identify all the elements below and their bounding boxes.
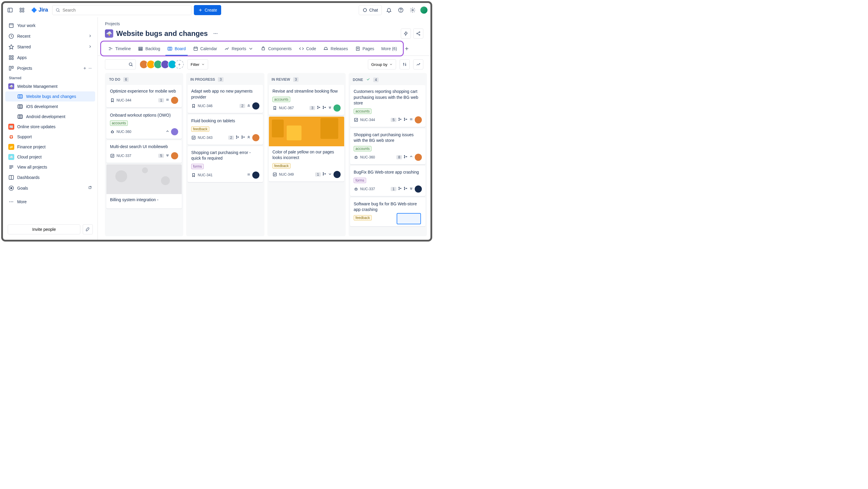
assignee-avatar[interactable] bbox=[415, 185, 422, 193]
sub-website-bugs[interactable]: Website bugs and changes bbox=[5, 91, 95, 102]
issue-card[interactable]: Revise and streamline booking flowaccoun… bbox=[269, 85, 344, 115]
svg-point-102 bbox=[317, 108, 318, 109]
assignee-filter[interactable]: + bbox=[139, 60, 184, 69]
issue-card[interactable]: Adapt web app no new payments providerNU… bbox=[188, 85, 263, 113]
assignee-avatar[interactable] bbox=[252, 103, 259, 110]
tab-releases[interactable]: Releases bbox=[320, 41, 351, 56]
issue-card[interactable]: Color of pale yellow on our pages looks … bbox=[269, 117, 344, 181]
assignee-avatar[interactable] bbox=[334, 171, 341, 178]
settings-icon[interactable] bbox=[408, 5, 417, 15]
issue-card[interactable]: Customers reporting shopping cart purcha… bbox=[350, 85, 425, 127]
assignee-avatar[interactable] bbox=[171, 97, 178, 104]
chat-button[interactable]: Chat bbox=[359, 5, 382, 15]
global-search[interactable] bbox=[52, 5, 191, 15]
label-tag: accounts bbox=[273, 97, 290, 102]
nav-recent[interactable]: Recent bbox=[5, 31, 95, 41]
svg-point-105 bbox=[323, 108, 323, 109]
filter-button[interactable]: Filter bbox=[187, 59, 208, 69]
issue-card[interactable]: Optimize experience for mobile webNUC-34… bbox=[106, 85, 182, 108]
tab-calendar[interactable]: Calendar bbox=[190, 41, 220, 56]
issue-card[interactable]: Onboard workout options (OWO)accountsNUC… bbox=[106, 109, 182, 139]
assignee-avatar[interactable] bbox=[252, 172, 259, 179]
assignee-avatar[interactable] bbox=[171, 152, 178, 159]
jira-logo[interactable]: Jira bbox=[29, 7, 50, 13]
sidebar-toggle[interactable] bbox=[5, 5, 15, 15]
svg-rect-22 bbox=[12, 66, 13, 68]
more-icon[interactable] bbox=[88, 66, 92, 70]
label-tag: forms bbox=[354, 178, 366, 183]
nav-more[interactable]: More bbox=[5, 196, 95, 207]
issue-type-icon bbox=[354, 117, 359, 122]
create-button[interactable]: Create bbox=[194, 5, 221, 15]
tab-backlog[interactable]: Backlog bbox=[135, 41, 163, 56]
svg-rect-14 bbox=[9, 24, 13, 27]
nav-dashboards[interactable]: Dashboards bbox=[5, 172, 95, 183]
svg-rect-28 bbox=[18, 95, 23, 98]
tab-timeline[interactable]: Timeline bbox=[105, 41, 134, 56]
column-name: TO DO bbox=[109, 78, 120, 82]
board-search[interactable] bbox=[105, 59, 136, 69]
feedback-button[interactable] bbox=[83, 224, 93, 234]
svg-point-112 bbox=[399, 118, 399, 119]
invite-people-button[interactable]: Invite people bbox=[8, 224, 80, 234]
breadcrumb[interactable]: Projects bbox=[98, 17, 430, 27]
card-title: Adapt web app no new payments provider bbox=[191, 88, 259, 100]
assignee-avatar[interactable] bbox=[415, 116, 422, 123]
project-support[interactable]: 🛟Support bbox=[5, 132, 95, 142]
add-project-icon[interactable] bbox=[83, 66, 87, 70]
subtasks-icon bbox=[236, 135, 240, 140]
title-more-icon[interactable] bbox=[211, 29, 220, 38]
issue-type-icon bbox=[110, 130, 115, 134]
nav-projects[interactable]: Projects bbox=[5, 63, 95, 74]
tab-reports[interactable]: Reports bbox=[221, 41, 256, 56]
issue-card[interactable]: BugFix BG Web-store app crashingformsNUC… bbox=[350, 166, 425, 196]
assignee-avatar[interactable] bbox=[252, 134, 259, 141]
svg-point-106 bbox=[325, 107, 326, 108]
search-input[interactable] bbox=[63, 8, 188, 12]
svg-point-95 bbox=[238, 137, 239, 137]
issue-card[interactable]: Fluid booking on tabletsfeedbackNUC-3432 bbox=[188, 115, 263, 145]
sub-ios[interactable]: iOS development bbox=[5, 102, 95, 112]
app-switcher[interactable] bbox=[17, 5, 27, 15]
insights-button[interactable] bbox=[413, 59, 423, 69]
group-by-button[interactable]: Group by bbox=[368, 59, 396, 69]
project-cloud[interactable]: ☁️Cloud project bbox=[5, 152, 95, 162]
svg-point-138 bbox=[404, 187, 405, 188]
nav-apps[interactable]: Apps bbox=[5, 52, 95, 63]
assignee-avatar[interactable] bbox=[334, 105, 341, 112]
project-online-store[interactable]: 📰Online store updates bbox=[5, 122, 95, 132]
help-icon[interactable] bbox=[396, 5, 406, 15]
issue-card[interactable]: Shopping cart purchasing error - quick f… bbox=[188, 146, 263, 182]
tab-pages[interactable]: Pages bbox=[352, 41, 377, 56]
notifications-icon[interactable] bbox=[384, 5, 394, 15]
add-assignee-icon[interactable]: + bbox=[175, 60, 184, 69]
project-finance[interactable]: 📁Finance project bbox=[5, 142, 95, 152]
assignee-avatar[interactable] bbox=[415, 154, 422, 161]
nav-goals[interactable]: Goals bbox=[5, 183, 95, 194]
sub-android[interactable]: Android development bbox=[5, 112, 95, 122]
share-button[interactable] bbox=[413, 28, 423, 38]
issue-card[interactable]: Multi-dest search UI mobilewebNUC-3375 bbox=[106, 140, 182, 163]
selection-overlay bbox=[397, 213, 421, 224]
svg-line-78 bbox=[132, 65, 132, 66]
nav-your-work[interactable]: Your work bbox=[5, 20, 95, 31]
tab-components[interactable]: Components bbox=[258, 41, 294, 56]
tab-more[interactable]: More (6) bbox=[378, 41, 400, 56]
assignee-avatar[interactable] bbox=[171, 128, 178, 135]
issue-card[interactable]: Billing system integration - bbox=[106, 164, 182, 209]
automation-button[interactable] bbox=[401, 28, 411, 38]
svg-point-140 bbox=[406, 188, 407, 189]
tab-code[interactable]: Code bbox=[296, 41, 319, 56]
view-all-projects[interactable]: View all projects bbox=[5, 162, 95, 172]
issue-card[interactable]: Shopping cart purchasing issues with the… bbox=[350, 128, 425, 164]
card-title: Multi-dest search UI mobileweb bbox=[110, 144, 178, 150]
tab-board[interactable]: Board bbox=[164, 41, 189, 56]
nav-starred[interactable]: Starred bbox=[5, 41, 95, 52]
story-points: 8 bbox=[396, 155, 402, 159]
project-website-management[interactable]: 🌩️Website Management bbox=[5, 81, 95, 91]
svg-marker-16 bbox=[9, 45, 13, 49]
profile-avatar[interactable] bbox=[420, 6, 428, 14]
svg-point-13 bbox=[412, 9, 413, 11]
add-view-button[interactable] bbox=[401, 41, 412, 56]
view-settings-button[interactable] bbox=[400, 59, 410, 69]
